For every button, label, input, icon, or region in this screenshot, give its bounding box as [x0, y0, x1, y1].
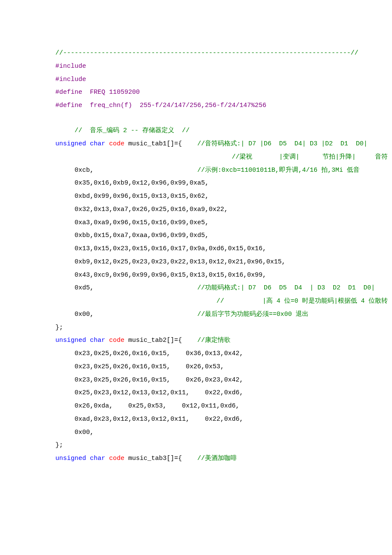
code-line: #define FREQ 11059200	[55, 86, 337, 99]
code-segment: 0x25,0x23,0x12,0x13,0x12,0x11, 0x22,0xd6…	[55, 389, 243, 396]
code-segment: #include	[55, 63, 86, 70]
code-segment: //--------------------------------------…	[55, 49, 358, 57]
code-line: #include	[55, 73, 337, 87]
code-line: 0x23,0x25,0x26,0x16,0x15, 0x26,0x23,0x42…	[55, 374, 337, 387]
code-segment: 0x23,0x25,0x26,0x16,0x15, 0x36,0x13,0x42…	[55, 350, 243, 357]
code-segment: unsigned char	[55, 140, 109, 147]
code-document: //--------------------------------------…	[55, 47, 337, 465]
code-segment: code	[109, 337, 124, 344]
code-segment: 0xcb,	[55, 167, 197, 174]
code-line: #define freq_chn(f) 255-f/24/147/256,256…	[55, 99, 337, 113]
code-segment: 0x26,0xda, 0x25,0x53, 0x12,0x11,0xd6,	[55, 402, 239, 410]
code-line: 0x25,0x23,0x12,0x13,0x12,0x11, 0x22,0xd6…	[55, 387, 337, 400]
code-segment: 0xd5,	[55, 284, 197, 292]
code-line: 0x00, //最后字节为功能码必须==0x00 退出	[55, 308, 337, 321]
code-line: 0x35,0x16,0xb9,0x12,0x96,0x99,0xa5,	[55, 177, 337, 190]
code-line: // |高 4 位=0 时是功能码|根据低 4 位散转 |	[55, 295, 337, 308]
code-segment: 0x32,0x13,0xa7,0x26,0x25,0x16,0xa9,0x22,	[55, 206, 228, 213]
code-line: 0x43,0xc9,0x96,0x99,0x96,0x15,0x13,0x15,…	[55, 269, 337, 282]
code-line: 0xcb, //示例:0xcb=11001011B,即升调,4/16 拍,3Mi…	[55, 164, 337, 177]
code-segment: 0x43,0xc9,0x96,0x99,0x96,0x15,0x13,0x15,…	[55, 272, 266, 279]
code-segment: // 音乐_编码 2 -- 存储器定义 //	[55, 127, 190, 134]
code-segment: 0xbd,0x99,0x96,0x15,0x13,0x15,0x62,	[55, 193, 209, 200]
code-segment: 0xa3,0xa9,0x96,0x15,0x16,0x99,0xe5,	[55, 219, 209, 226]
code-segment: };	[55, 442, 63, 449]
code-segment: code	[109, 140, 124, 147]
code-segment: //康定情歌	[197, 337, 231, 344]
code-segment: 0x00,	[55, 311, 197, 318]
code-line: 0x23,0x25,0x26,0x16,0x15, 0x26,0x53,	[55, 361, 337, 374]
code-line: //梁祝 |变调| 节拍|升降| 音符 |	[55, 151, 337, 164]
code-line: };	[55, 321, 337, 335]
code-segment: 0x23,0x25,0x26,0x16,0x15, 0x26,0x23,0x42…	[55, 376, 243, 384]
code-segment: unsigned char	[55, 337, 109, 344]
code-segment: //梁祝 |变调| 节拍|升降| 音符 |	[55, 153, 392, 161]
code-segment: 0xb9,0x12,0x25,0x23,0x23,0x22,0x13,0x12,…	[55, 258, 285, 266]
code-line: //--------------------------------------…	[55, 47, 337, 60]
code-line: 0x00,	[55, 426, 337, 439]
code-line: // 音乐_编码 2 -- 存储器定义 //	[55, 124, 337, 138]
code-segment: music_tab3[]={	[124, 455, 197, 462]
code-line: unsigned char code music_tab2[]={ //康定情歌	[55, 334, 337, 347]
code-segment: 0x13,0x15,0x23,0x15,0x16,0x17,0x9a,0xd6,…	[55, 245, 266, 252]
code-segment: unsigned char	[55, 455, 109, 462]
code-segment: //功能码格式:| D7 D6 D5 D4 | D3 D2 D1 D0|	[197, 284, 375, 292]
code-segment: music_tab1[]={	[124, 140, 197, 147]
code-segment: //音符码格式:| D7 |D6 D5 D4| D3 |D2 D1 D0|	[197, 140, 367, 147]
code-line: 0xb9,0x12,0x25,0x23,0x23,0x22,0x13,0x12,…	[55, 256, 337, 269]
code-line: 0xbd,0x99,0x96,0x15,0x13,0x15,0x62,	[55, 190, 337, 203]
code-line: 0x13,0x15,0x23,0x15,0x16,0x17,0x9a,0xd6,…	[55, 243, 337, 256]
code-line: 0xd5, //功能码格式:| D7 D6 D5 D4 | D3 D2 D1 D…	[55, 282, 337, 295]
code-segment: 0x00,	[55, 429, 94, 436]
code-line: unsigned char code music_tab3[]={ //美酒加咖…	[55, 452, 337, 465]
code-segment: };	[55, 324, 63, 331]
code-line: 0x32,0x13,0xa7,0x26,0x25,0x16,0xa9,0x22,	[55, 203, 337, 217]
code-segment: // |高 4 位=0 时是功能码|根据低 4 位散转 |	[55, 298, 392, 305]
code-line: 0xbb,0x15,0xa7,0xaa,0x96,0x99,0xd5,	[55, 229, 337, 243]
code-segment: //示例:0xcb=11001011B,即升调,4/16 拍,3Mi 低音	[197, 167, 360, 174]
code-segment: 0x23,0x25,0x26,0x16,0x15, 0x26,0x53,	[55, 363, 224, 370]
code-segment: code	[109, 455, 124, 462]
code-segment: music_tab2[]={	[124, 337, 197, 344]
code-line: #include	[55, 60, 337, 73]
code-segment: #define freq_chn(f) 255-f/24/147/256,256…	[55, 102, 266, 109]
code-segment: //美酒加咖啡	[197, 455, 237, 462]
code-segment: 0xbb,0x15,0xa7,0xaa,0x96,0x99,0xd5,	[55, 232, 209, 239]
code-segment: 0x35,0x16,0xb9,0x12,0x96,0x99,0xa5,	[55, 179, 209, 187]
code-segment: 0xad,0x23,0x12,0x13,0x12,0x11, 0x22,0xd6…	[55, 416, 243, 423]
code-line: 0x26,0xda, 0x25,0x53, 0x12,0x11,0xd6,	[55, 400, 337, 413]
code-line: 0x23,0x25,0x26,0x16,0x15, 0x36,0x13,0x42…	[55, 347, 337, 361]
code-line: unsigned char code music_tab1[]={ //音符码格…	[55, 138, 337, 151]
blank-line	[55, 113, 337, 125]
code-line: 0xa3,0xa9,0x96,0x15,0x16,0x99,0xe5,	[55, 217, 337, 230]
code-line: 0xad,0x23,0x12,0x13,0x12,0x11, 0x22,0xd6…	[55, 413, 337, 426]
code-line: };	[55, 439, 337, 452]
code-segment: //最后字节为功能码必须==0x00 退出	[197, 311, 308, 318]
code-segment: #define FREQ 11059200	[55, 89, 140, 96]
code-segment: #include	[55, 76, 86, 83]
